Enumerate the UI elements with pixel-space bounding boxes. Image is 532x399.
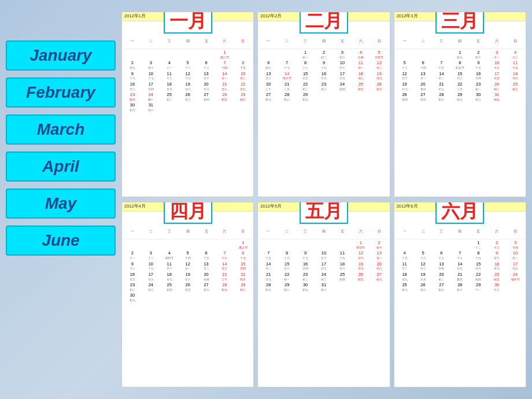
calendars-area: 一月 2012年1月 一 二 三 四 五 六 日 — [121, 12, 526, 387]
col-mon: 二 — [142, 39, 160, 49]
jan-d: 30初七 — [123, 102, 142, 112]
jan-d: 22廿九 — [234, 81, 252, 91]
jan-d: 18廿五 — [160, 81, 179, 91]
may-grid: 一 二 三 四 五 六 日 1劳动节 2初十 7十五 — [258, 228, 389, 293]
jan-d: 4十一 — [160, 60, 179, 70]
jan-d: 19廿六 — [179, 81, 197, 91]
jan-d: 27初四 — [197, 91, 216, 102]
calendar-row-bottom: 四月 2012年4月 一 二 三 四 五 六 日 — [121, 202, 526, 387]
col-sat: 日 — [234, 39, 252, 49]
feb-grid: 一 二 三 四 五 六 日 1初一 2初二 3初三 4立春 5元宵节 6 — [258, 38, 389, 103]
may-cn-label: 五月 — [300, 202, 348, 224]
jan-d: 7十四 — [216, 60, 234, 70]
jan-d: 3初十 — [142, 60, 160, 70]
jan-d: 15廿二 — [234, 71, 252, 81]
jan-d — [234, 49, 252, 60]
jan-d: 24初一 — [142, 91, 160, 102]
jan-d: 11十八 — [160, 71, 179, 81]
label-march: March — [6, 114, 116, 145]
jan-d — [197, 49, 216, 60]
jan-d8: 8十五 — [234, 60, 252, 70]
jan-d: 2初九 — [123, 60, 142, 70]
month-labels: January February March April May June — [6, 12, 116, 387]
calendar-june: 六月 2012年6月 一 二 三 四 五 六 日 — [394, 202, 526, 387]
col-tue: 三 — [160, 39, 179, 49]
feb-cn-label: 二月 — [300, 12, 348, 34]
jan-d: 29初六 — [234, 91, 252, 102]
jan-d: 26初三 — [179, 91, 197, 102]
jan-cn-label: 一月 — [164, 12, 212, 34]
jan-d: 9十六 — [123, 71, 142, 81]
calendar-january: 一月 2012年1月 一 二 三 四 五 六 日 — [121, 12, 254, 197]
calendar-may: 五月 2012年5月 一 二 三 四 五 六 日 — [257, 202, 390, 387]
apr-cn-label: 四月 — [164, 202, 212, 224]
jan-d — [123, 49, 142, 60]
jan-d: 21廿八 — [216, 81, 234, 91]
jan-d: 17廿四 — [142, 81, 160, 91]
col-thu: 五 — [197, 39, 216, 49]
jan-d — [179, 49, 197, 60]
jan-d — [142, 49, 160, 60]
col-sun: 一 — [123, 39, 142, 49]
jan-d: 20廿七 — [197, 81, 216, 91]
jun-cn-label: 六月 — [435, 202, 484, 224]
label-january: January — [6, 40, 116, 71]
jan-d: 10十七 — [142, 71, 160, 81]
jan-d1: 1腊八节 — [216, 49, 234, 60]
jan-d: 12十九 — [179, 71, 197, 81]
jan-d: 28初五 — [216, 91, 234, 102]
col-wed: 四 — [179, 39, 197, 49]
jan-d: 23除夕 — [123, 91, 142, 102]
label-april: April — [6, 152, 116, 182]
mar-cn-label: 三月 — [435, 12, 484, 34]
jun-grid: 一 二 三 四 五 六 日 1十二 2十三 3十四 4十五 — [394, 228, 526, 293]
label-february: February — [6, 77, 116, 108]
jan-d: 25初二 — [160, 91, 179, 102]
jan-d: 31初八 — [142, 102, 160, 112]
jan-d — [160, 49, 179, 60]
calendar-april: 四月 2012年4月 一 二 三 四 五 六 日 — [121, 202, 254, 387]
jan-d: 14廿一 — [216, 71, 234, 81]
main-container: January February March April May June 一月… — [0, 0, 532, 399]
jan-grid: 一 二 三 四 五 六 日 1腊八节 2初九 — [122, 38, 253, 114]
jan-d: 13廿十 — [197, 71, 216, 81]
mar-grid: 一 二 三 四 五 六 日 1初九 2初十 3十一 4十二 5十三 — [394, 38, 526, 103]
jan-d: 16廿三 — [123, 81, 142, 91]
label-may: May — [6, 189, 116, 219]
label-june: June — [6, 226, 116, 256]
calendar-row-top: 一月 2012年1月 一 二 三 四 五 六 日 — [121, 12, 526, 197]
apr-grid: 一 二 三 四 五 六 日 1愚人节 2十一 — [122, 228, 253, 304]
jan-d: 5十二 — [179, 60, 197, 70]
calendar-february: 二月 2012年2月 一 二 三 四 五 六 日 1初一 2初 — [257, 12, 390, 197]
col-fri: 六 — [216, 39, 234, 49]
jan-d: 6十三 — [197, 60, 216, 70]
calendar-march: 三月 2012年3月 一 二 三 四 五 六 日 1初九 — [394, 12, 526, 197]
